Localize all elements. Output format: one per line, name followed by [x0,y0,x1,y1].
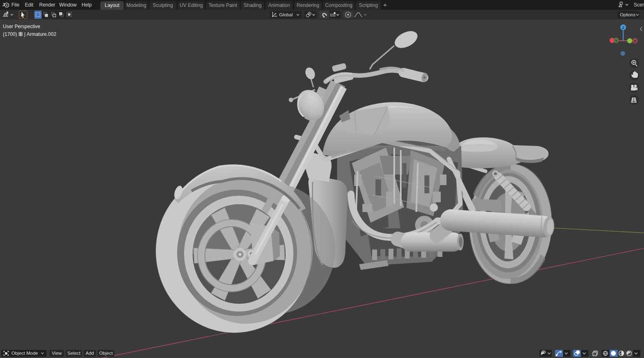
svg-text:Z: Z [622,26,624,30]
svg-text:X: X [634,39,636,43]
svg-text:Y: Y [615,39,617,43]
